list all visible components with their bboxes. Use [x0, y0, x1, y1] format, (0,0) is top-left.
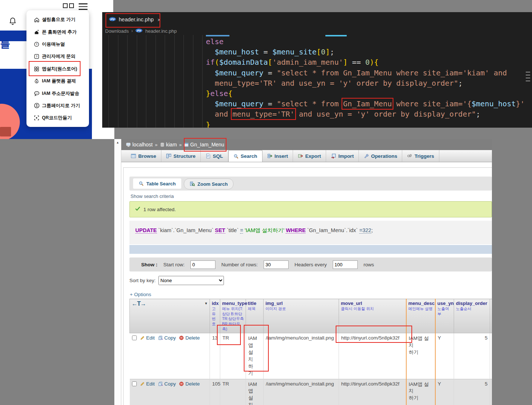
column-header-actions[interactable]: ←T→▼: [130, 299, 210, 333]
code-token: [206, 79, 215, 88]
search-subtab-strip: Table Search Zoom Search: [129, 177, 492, 191]
column-header-move_url[interactable]: move_url클릭시 이동할 위치: [339, 299, 406, 333]
column-comment: 메뉴 위치(T:상단 B:하단 TR:상단우측 BR:하단우측): [222, 306, 244, 331]
chat-bubble-icon: [33, 90, 40, 96]
sort-by-key-select[interactable]: None: [158, 276, 224, 285]
indent-guide: [156, 35, 156, 128]
svg-text:$: $: [36, 80, 38, 83]
code-token: $domainData: [219, 58, 268, 67]
cell-img_url: /iam/img/menu/icon_install.png: [264, 379, 339, 405]
breadcrumb-folder[interactable]: Downloads: [105, 28, 129, 34]
column-header-display_order[interactable]: display_order노출순서: [454, 299, 490, 333]
breadcrumb-file[interactable]: header.inc.php: [145, 28, 176, 34]
row-action-copy[interactable]: Copy: [164, 381, 176, 387]
row-action-delete[interactable]: Delete: [185, 381, 200, 387]
menu-item-8[interactable]: 그룹페이지로 가기: [26, 100, 89, 112]
code-token: $menu_query: [215, 99, 263, 108]
close-icon[interactable]: ×: [157, 17, 161, 23]
table-row: EditCopyDelete13TRIAM 앱 설 치 하 기/iam/img/…: [130, 333, 505, 379]
column-header-use_yn[interactable]: use_yn노출여부: [435, 299, 454, 333]
column-header-menu_type[interactable]: menu_type메뉴 위치(T:상단 B:하단 TR:상단우측 BR:하단우측…: [220, 299, 246, 333]
code-token: $menu_site: [272, 47, 317, 56]
php-file-icon: php: [109, 17, 116, 22]
code-token: else: [210, 89, 228, 98]
server-icon: [126, 142, 131, 147]
tab-search[interactable]: Search: [228, 150, 263, 162]
sql-token: `idx`: [347, 227, 358, 233]
tab-browse[interactable]: Browse: [126, 150, 161, 162]
screenshot-canvas: 를 셀링홈으로 가기폰 홈화면에 추가?이용매뉴얼?관리자에게 문의앱설치(원스…: [0, 0, 532, 405]
query-toolbar: [129, 245, 492, 254]
menu-item-label: IAM 주소문자발송: [42, 90, 79, 97]
menu-item-2[interactable]: 폰 홈화면에 추가: [26, 26, 89, 38]
code-line: menu_type='TR' and use_yn = 'y' order by…: [206, 78, 525, 88]
tab-triggers[interactable]: Triggers: [402, 150, 439, 162]
code-token: }: [206, 120, 210, 128]
tab-operations[interactable]: Operations: [359, 150, 402, 162]
menu-item-6[interactable]: $IAM 플랫폼 결제: [26, 75, 89, 87]
code-token: [206, 47, 215, 56]
windows-icon[interactable]: [63, 3, 74, 8]
breadcrumb-gn_iam_menu[interactable]: Gn_Iam_Menu: [184, 142, 224, 148]
row-checkbox[interactable]: [132, 381, 137, 386]
backdrop-left: [0, 139, 114, 405]
row-action-edit[interactable]: Edit: [146, 335, 155, 341]
tab-sql[interactable]: SQL: [201, 150, 228, 162]
scrollbar-mark: [526, 72, 530, 72]
menu-item-4[interactable]: ?관리자에게 문의: [26, 50, 89, 63]
menu-item-7[interactable]: IAM 주소문자발송: [26, 87, 89, 99]
tab-zoom-search[interactable]: Zoom Search: [184, 178, 233, 189]
tab-label: Operations: [371, 153, 397, 159]
menu-item-5[interactable]: 앱설치(원스토어): [26, 63, 89, 75]
editor-tab-header-inc-php[interactable]: php header.inc.php ×: [105, 14, 164, 25]
row-checkbox[interactable]: [132, 335, 137, 340]
tab-label: Import: [338, 153, 354, 159]
code-token: $menu_query: [215, 68, 263, 77]
num-rows-input[interactable]: [264, 260, 289, 269]
row-action-copy[interactable]: Copy: [164, 335, 176, 341]
tab-import[interactable]: Import: [326, 150, 359, 162]
column-comment: 고유 번호: [212, 306, 218, 327]
breadcrumb-localhost[interactable]: localhost: [126, 142, 153, 148]
row-action-edit[interactable]: Edit: [146, 381, 155, 387]
column-header-menu_desc[interactable]: menu_desc메인메뉴 설명: [406, 299, 435, 333]
code-token: ): [370, 58, 374, 67]
column-header-title[interactable]: title제목: [246, 299, 264, 333]
tab-label: Insert: [275, 153, 288, 159]
row-action-delete[interactable]: Delete: [185, 335, 200, 341]
results-table-container: ←T→▼idx고유 번호menu_type메뉴 위치(T:상단 B:하단 TR:…: [129, 299, 505, 405]
operations-icon: [364, 153, 369, 159]
tab-label: Search: [241, 153, 257, 159]
menu-item-1[interactable]: 셀링홈으로 가기: [26, 14, 89, 26]
success-message-text: 1 row affected.: [143, 207, 176, 212]
scrollbar-up-arrow[interactable]: ▲: [114, 139, 121, 405]
cell-title: IAM 앱 설 치 하 기: [246, 333, 264, 379]
column-name: move_url: [341, 301, 404, 306]
breadcrumb-kiam[interactable]: kiam: [160, 142, 177, 148]
sql-token: WHERE: [286, 227, 306, 234]
tab-export[interactable]: Export: [293, 150, 326, 162]
column-header-img_url[interactable]: img_url이미지 경로: [264, 299, 339, 333]
menu-item-3[interactable]: ?이용매뉴얼: [26, 38, 89, 50]
headers-every-input[interactable]: [333, 260, 358, 269]
tab-insert[interactable]: Insert: [263, 150, 293, 162]
check-icon: [135, 206, 140, 213]
show-search-criteria-link[interactable]: Show search criteria: [131, 193, 174, 199]
breadcrumb-label: localhost: [132, 142, 153, 148]
tab-table-search[interactable]: Table Search: [133, 178, 181, 189]
show-all-columns-control[interactable]: ←T→: [132, 301, 146, 307]
editor-code-area[interactable]: else $menu_host = $menu_site[0];if($doma…: [102, 35, 532, 128]
bell-icon[interactable]: [8, 17, 17, 27]
sort-dropdown-icon[interactable]: ▼: [204, 302, 208, 305]
code-token: [206, 68, 215, 77]
menu-item-9[interactable]: QR코드만들기: [26, 112, 89, 124]
column-name: menu_type: [222, 301, 244, 306]
svg-text:?: ?: [36, 43, 38, 46]
tab-structure[interactable]: Structure: [161, 150, 201, 162]
options-link[interactable]: + Options: [130, 292, 151, 297]
menu-item-label: 이용매뉴얼: [42, 41, 65, 47]
sql-token: ;: [371, 227, 373, 233]
start-row-input[interactable]: [190, 260, 215, 269]
indent-guide: [118, 35, 118, 128]
column-header-idx[interactable]: idx고유 번호: [210, 299, 220, 333]
